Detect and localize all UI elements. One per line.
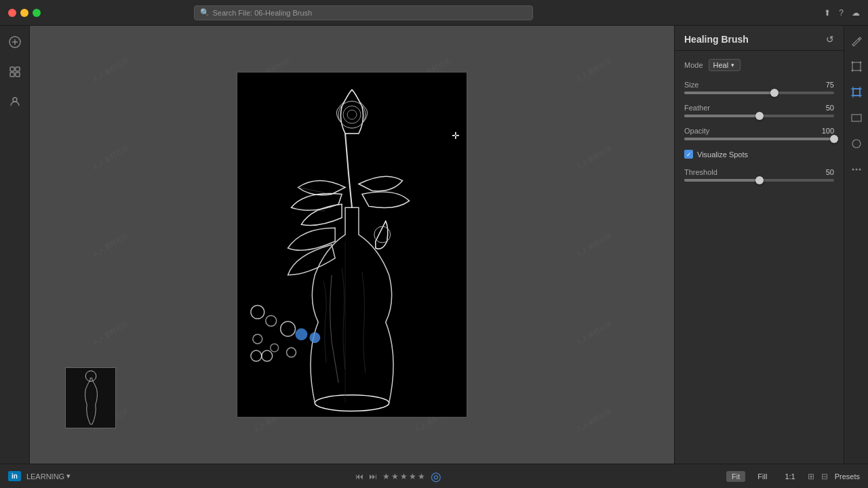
opacity-value: 100 xyxy=(822,127,834,135)
svg-rect-5 xyxy=(10,73,14,77)
compare-icon[interactable]: ⊞ xyxy=(808,472,814,481)
star-3[interactable]: ★ xyxy=(400,472,408,481)
tool-transform[interactable] xyxy=(848,58,865,75)
threshold-value: 50 xyxy=(826,168,834,176)
right-panel: Healing Brush ↺ Mode Heal ▾ Size 75 xyxy=(674,26,844,464)
target-icon[interactable]: ◎ xyxy=(431,469,441,484)
opacity-slider-track[interactable] xyxy=(684,138,834,140)
size-label: Size xyxy=(684,81,698,89)
size-label-row: Size 75 xyxy=(684,81,834,89)
star-4[interactable]: ★ xyxy=(409,472,416,481)
panel-reset-icon[interactable]: ↺ xyxy=(826,34,834,45)
opacity-control: Opacity 100 xyxy=(684,127,834,140)
opacity-slider-fill xyxy=(684,138,834,140)
star-1[interactable]: ★ xyxy=(382,472,390,481)
visualize-spots-label: Visualize Spots xyxy=(697,150,748,159)
svg-rect-33 xyxy=(853,89,860,96)
mode-control: Mode Heal ▾ xyxy=(684,59,834,71)
mode-label: Mode xyxy=(684,61,703,69)
cloud-icon[interactable]: ☁ xyxy=(852,8,860,18)
threshold-slider-thumb xyxy=(755,176,764,184)
search-text: Search File: 06-Healing Brush xyxy=(212,9,312,17)
svg-rect-4 xyxy=(16,67,20,71)
feather-slider-track[interactable] xyxy=(684,115,834,117)
tool-brush[interactable] xyxy=(848,33,865,49)
svg-rect-28 xyxy=(852,62,861,70)
opacity-label-row: Opacity 100 xyxy=(684,127,834,135)
sidebar-item-people[interactable] xyxy=(5,92,24,111)
svg-rect-38 xyxy=(852,115,861,121)
tool-crop[interactable] xyxy=(848,84,865,100)
search-bar[interactable]: 🔍 Search File: 06-Healing Brush xyxy=(194,5,533,20)
fit-button[interactable]: Fit xyxy=(726,471,745,482)
thumbnail-preview xyxy=(65,367,116,428)
threshold-control: Threshold 50 xyxy=(684,168,834,182)
split-icon[interactable]: ⊟ xyxy=(821,472,828,481)
sidebar-item-add[interactable] xyxy=(5,33,24,52)
tool-more[interactable] xyxy=(848,161,865,178)
svg-rect-6 xyxy=(16,73,20,77)
feather-slider-fill xyxy=(684,115,760,117)
size-slider-track[interactable] xyxy=(684,92,834,94)
main-layout: 人人素材社区 人人素材社区 人人素材社区 人人素材社区 人人素材社区 人人素材社… xyxy=(0,26,868,464)
ratio-button[interactable]: 1:1 xyxy=(779,471,800,482)
threshold-label: Threshold xyxy=(684,168,717,176)
share-icon[interactable]: ⬆ xyxy=(824,8,831,18)
size-slider-fill xyxy=(684,92,774,94)
top-bar: 🔍 Search File: 06-Healing Brush ⬆ ? ☁ xyxy=(0,0,868,26)
mode-row: Mode Heal ▾ xyxy=(684,59,834,71)
maximize-button[interactable] xyxy=(33,9,41,17)
opacity-label: Opacity xyxy=(684,127,709,135)
left-sidebar xyxy=(0,26,30,464)
svg-rect-8 xyxy=(237,73,467,417)
nav-prev-icon[interactable]: ⏮ xyxy=(355,472,363,481)
threshold-slider-track[interactable] xyxy=(684,179,834,182)
mode-value: Heal xyxy=(713,61,729,69)
feather-label: Feather xyxy=(684,104,710,112)
canvas-area[interactable]: 人人素材社区 人人素材社区 人人素材社区 人人素材社区 人人素材社区 人人素材社… xyxy=(30,26,674,464)
canvas-image[interactable]: ✛ xyxy=(237,72,467,418)
svg-point-32 xyxy=(859,70,861,72)
svg-point-40 xyxy=(852,169,854,171)
panel-header: Healing Brush ↺ xyxy=(675,26,844,51)
chevron-down-icon[interactable]: ▾ xyxy=(66,472,71,481)
feather-control: Feather 50 xyxy=(684,104,834,117)
tool-circle[interactable] xyxy=(848,136,865,152)
mode-dropdown[interactable]: Heal ▾ xyxy=(709,59,741,71)
fill-button[interactable]: Fill xyxy=(752,471,772,482)
traffic-lights xyxy=(8,9,41,17)
bottom-center: ⏮ ⏭ ★ ★ ★ ★ ★ ◎ xyxy=(77,469,719,484)
opacity-slider-thumb xyxy=(830,135,838,143)
checkmark-icon: ✓ xyxy=(686,151,692,158)
size-slider-thumb xyxy=(770,89,778,97)
svg-rect-26 xyxy=(66,368,115,428)
visualize-spots-row: ✓ Visualize Spots xyxy=(684,150,834,159)
size-control: Size 75 xyxy=(684,81,834,94)
feather-value: 50 xyxy=(826,104,834,112)
bottom-right: Fit Fill 1:1 ⊞ ⊟ Presets xyxy=(726,471,860,482)
help-icon[interactable]: ? xyxy=(839,8,844,18)
close-button[interactable] xyxy=(8,9,16,17)
panel-title: Healing Brush xyxy=(684,34,749,45)
feather-slider-thumb xyxy=(755,112,764,120)
minimize-button[interactable] xyxy=(20,9,28,17)
nav-next-icon[interactable]: ⏭ xyxy=(369,472,377,481)
svg-point-29 xyxy=(851,62,853,64)
learning-label: LEARNING ▾ xyxy=(26,472,71,481)
bottom-bar: in LEARNING ▾ ⏮ ⏭ ★ ★ ★ ★ ★ ◎ Fit Fill 1… xyxy=(0,464,868,488)
sidebar-item-tools[interactable] xyxy=(5,62,24,81)
feather-label-row: Feather 50 xyxy=(684,104,834,112)
tool-rectangle[interactable] xyxy=(848,110,865,126)
search-icon: 🔍 xyxy=(200,8,210,17)
bottom-left: in LEARNING ▾ xyxy=(8,471,71,481)
threshold-label-row: Threshold 50 xyxy=(684,168,834,176)
svg-point-30 xyxy=(859,62,861,64)
visualize-spots-checkbox[interactable]: ✓ xyxy=(684,150,693,159)
right-tools-panel xyxy=(844,26,868,464)
star-2[interactable]: ★ xyxy=(391,472,399,481)
star-5[interactable]: ★ xyxy=(418,472,425,481)
presets-button[interactable]: Presets xyxy=(835,472,860,481)
svg-rect-3 xyxy=(10,67,14,71)
star-rating: ★ ★ ★ ★ ★ xyxy=(382,472,425,481)
linkedin-badge: in xyxy=(8,471,21,481)
